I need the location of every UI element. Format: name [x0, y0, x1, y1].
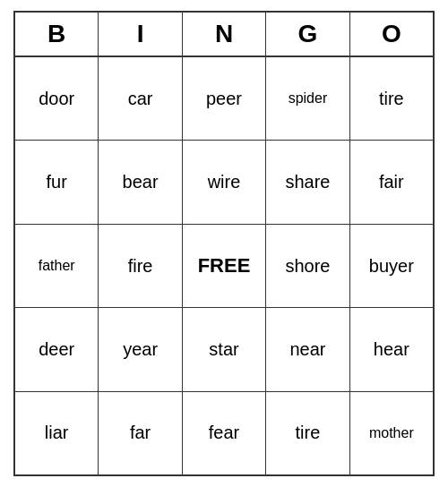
- grid-cell-2-3: shore: [266, 225, 349, 307]
- header-letter-i: I: [99, 13, 182, 56]
- grid-cell-0-3: spider: [266, 57, 349, 140]
- grid-cell-1-1: bear: [99, 141, 182, 223]
- grid-cell-3-4: hear: [350, 308, 433, 390]
- grid-row-4: liarfarfeartiremother: [15, 392, 433, 474]
- grid-row-2: fatherfireFREEshorebuyer: [15, 225, 433, 308]
- grid-cell-4-4: mother: [350, 392, 433, 474]
- grid-cell-0-4: tire: [350, 57, 433, 140]
- bingo-header: BINGO: [15, 13, 433, 57]
- grid-cell-0-1: car: [99, 57, 182, 140]
- header-letter-o: O: [350, 13, 433, 56]
- grid-cell-4-1: far: [99, 392, 182, 474]
- grid-cell-2-4: buyer: [350, 225, 433, 307]
- grid-cell-2-2: FREE: [183, 225, 266, 307]
- grid-cell-4-3: tire: [266, 392, 349, 474]
- grid-cell-1-2: wire: [183, 141, 266, 223]
- grid-cell-0-2: peer: [183, 57, 266, 140]
- grid-cell-2-0: father: [15, 225, 99, 307]
- grid-cell-1-3: share: [266, 141, 349, 223]
- grid-row-3: deeryearstarnearhear: [15, 308, 433, 391]
- grid-cell-3-0: deer: [15, 308, 99, 390]
- bingo-grid: doorcarpeerspidertirefurbearwiresharefai…: [15, 57, 433, 474]
- grid-cell-0-0: door: [15, 57, 99, 140]
- header-letter-b: B: [15, 13, 99, 56]
- grid-cell-3-2: star: [183, 308, 266, 390]
- grid-row-1: furbearwiresharefair: [15, 141, 433, 224]
- header-letter-n: N: [183, 13, 266, 56]
- grid-cell-3-3: near: [266, 308, 349, 390]
- grid-row-0: doorcarpeerspidertire: [15, 57, 433, 141]
- grid-cell-2-1: fire: [99, 225, 182, 307]
- grid-cell-4-0: liar: [15, 392, 99, 474]
- grid-cell-1-4: fair: [350, 141, 433, 223]
- header-letter-g: G: [266, 13, 349, 56]
- grid-cell-3-1: year: [99, 308, 182, 390]
- bingo-card: BINGO doorcarpeerspidertirefurbearwiresh…: [13, 11, 435, 476]
- grid-cell-1-0: fur: [15, 141, 99, 223]
- grid-cell-4-2: fear: [183, 392, 266, 474]
